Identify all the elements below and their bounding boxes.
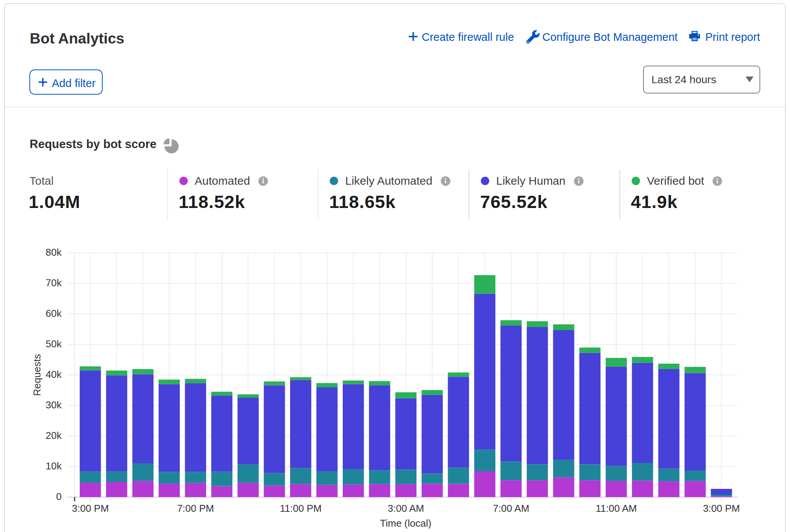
- svg-text:7:00 AM: 7:00 AM: [493, 503, 529, 514]
- svg-text:40k: 40k: [46, 369, 62, 380]
- svg-text:20k: 20k: [46, 430, 62, 441]
- svg-text:10k: 10k: [46, 460, 62, 472]
- svg-text:30k: 30k: [46, 399, 62, 411]
- svg-text:70k: 70k: [46, 277, 62, 289]
- svg-text:7:00 PM: 7:00 PM: [177, 503, 214, 514]
- svg-text:Time (local): Time (local): [380, 517, 432, 529]
- svg-text:60k: 60k: [46, 308, 62, 319]
- svg-text:3:00 AM: 3:00 AM: [388, 503, 424, 514]
- svg-text:11:00 AM: 11:00 AM: [596, 503, 637, 514]
- svg-text:0: 0: [56, 491, 61, 502]
- svg-text:80k: 80k: [46, 247, 62, 258]
- svg-text:Requests: Requests: [31, 354, 43, 396]
- svg-text:3:00 PM: 3:00 PM: [703, 503, 740, 514]
- svg-text:11:00 PM: 11:00 PM: [280, 503, 321, 514]
- svg-text:3:00 PM: 3:00 PM: [72, 503, 109, 514]
- svg-text:50k: 50k: [46, 338, 62, 350]
